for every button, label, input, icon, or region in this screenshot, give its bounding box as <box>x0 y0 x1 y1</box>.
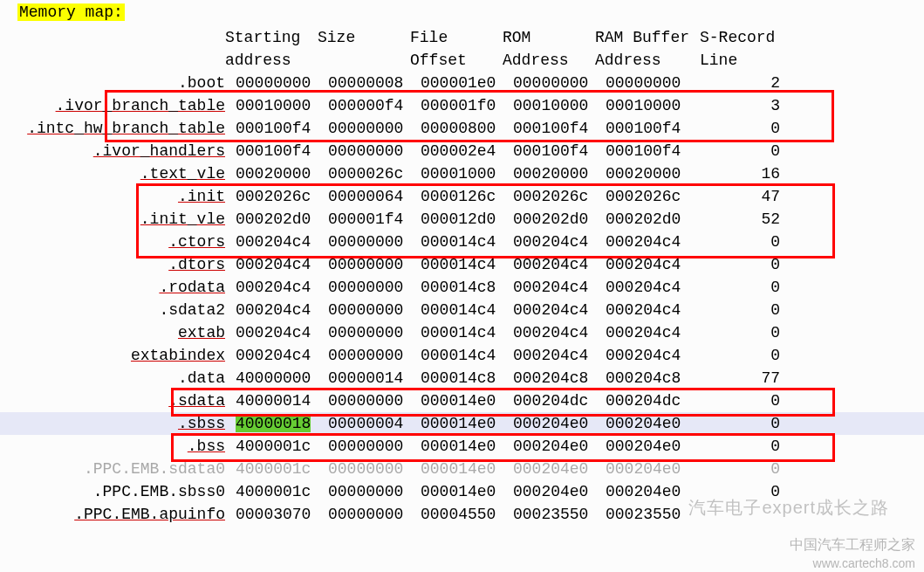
cell-c1: 000204c4 <box>230 321 323 344</box>
cell-c6: 0 <box>693 276 797 299</box>
header-offset: Offset <box>410 49 503 72</box>
cell-c2: 00000000 <box>323 503 415 526</box>
cell-c6: 52 <box>693 208 797 231</box>
cell-c6: 2 <box>693 72 797 94</box>
section-name: .sdata <box>0 389 230 412</box>
cell-c5: 000100f4 <box>600 140 693 162</box>
section-name: .intc_hw_branch_table <box>0 117 230 140</box>
memory-row: .sdata2000204c400000000000014c4000204c40… <box>0 299 924 321</box>
cell-c6: 47 <box>693 185 797 208</box>
cell-c6: 0 <box>693 299 797 321</box>
cell-c5: 000204c4 <box>600 253 693 276</box>
cell-c1: 00000000 <box>230 72 323 94</box>
cell-c3: 000014c4 <box>415 253 508 276</box>
cell-c2: 00000000 <box>323 253 415 276</box>
watermark-site-name: 中国汽车工程师之家 <box>790 536 915 555</box>
section-name: .ctors <box>0 231 230 253</box>
cell-c1: 000100f4 <box>230 140 323 162</box>
cell-c1: 000204c4 <box>230 276 323 299</box>
memory-row: .text_vle000200000000026c000010000002000… <box>0 162 924 185</box>
cell-c6: 0 <box>693 117 797 140</box>
cell-c6: 0 <box>693 321 797 344</box>
section-name: .ivor_branch_table <box>0 94 230 117</box>
cell-c1: 4000001c <box>230 458 323 480</box>
cell-c3: 00001000 <box>415 162 508 185</box>
cell-c5: 000204e0 <box>600 435 693 458</box>
cell-c5: 000204c4 <box>600 276 693 299</box>
memory-row: .PPC.EMB.sdata04000001c00000000000014e00… <box>0 458 924 480</box>
cell-c4: 000204e0 <box>508 458 600 480</box>
cell-c3: 000014e0 <box>415 412 508 435</box>
cell-c4: 000204e0 <box>508 435 600 458</box>
header-row-1: Starting Size File ROM RAM Buffer S-Reco… <box>0 26 924 49</box>
cell-c2: 00000000 <box>323 140 415 162</box>
cell-c5: 000204dc <box>600 389 693 412</box>
cell-c1: 000100f4 <box>230 117 323 140</box>
cell-c3: 00004550 <box>415 503 508 526</box>
cell-c4: 000204dc <box>508 389 600 412</box>
cell-c1: 0002026c <box>230 185 323 208</box>
section-name: .PPC.EMB.sdata0 <box>0 458 230 480</box>
cell-c4: 0002026c <box>508 185 600 208</box>
cell-c2: 00000000 <box>323 276 415 299</box>
section-name: extab <box>0 321 230 344</box>
cell-c4: 000204e0 <box>508 412 600 435</box>
cell-c2: 00000014 <box>323 367 415 389</box>
cell-c3: 000014e0 <box>415 435 508 458</box>
memory-row: .data4000000000000014000014c8000204c8000… <box>0 367 924 389</box>
memory-row: .dtors000204c400000000000014c4000204c400… <box>0 253 924 276</box>
cell-c6: 0 <box>693 140 797 162</box>
header-srecord: S-Record <box>700 26 787 49</box>
cell-c2: 00000000 <box>323 299 415 321</box>
cell-c3: 000002e4 <box>415 140 508 162</box>
cell-c2: 00000000 <box>323 344 415 367</box>
section-name: .PPC.EMB.apuinfo <box>0 503 230 526</box>
cell-c2: 000001f4 <box>323 208 415 231</box>
cell-c2: 00000064 <box>323 185 415 208</box>
cell-c4: 000202d0 <box>508 208 600 231</box>
cell-c1: 4000001c <box>230 480 323 503</box>
cell-c6: 0 <box>693 253 797 276</box>
cell-c6: 16 <box>693 162 797 185</box>
cell-c3: 000014c4 <box>415 344 508 367</box>
header-ram-buffer: RAM Buffer <box>595 26 700 49</box>
cell-c2: 00000000 <box>323 117 415 140</box>
cell-c1: 00010000 <box>230 94 323 117</box>
cell-c3: 000014e0 <box>415 389 508 412</box>
section-name: .PPC.EMB.sbss0 <box>0 480 230 503</box>
cell-c6: 3 <box>693 94 797 117</box>
cell-c3: 000014c4 <box>415 299 508 321</box>
section-name: .sbss <box>0 412 230 435</box>
cell-c4: 000204c8 <box>508 367 600 389</box>
cell-c2: 000000f4 <box>323 94 415 117</box>
cell-c1: 4000001c <box>230 435 323 458</box>
memory-row: .intc_hw_branch_table000100f400000000000… <box>0 117 924 140</box>
cell-c2: 00000000 <box>323 389 415 412</box>
watermark-channel: 汽车电子expert成长之路 <box>688 496 889 520</box>
header-file: File <box>410 26 503 49</box>
memory-row: .init_vle000202d0000001f4000012d0000202d… <box>0 208 924 231</box>
cell-c5: 000204c4 <box>600 299 693 321</box>
cell-c4: 000204e0 <box>508 480 600 503</box>
cell-c3: 000012d0 <box>415 208 508 231</box>
cell-c1: 000204c4 <box>230 231 323 253</box>
section-name: .dtors <box>0 253 230 276</box>
memory-row: .ivor_branch_table00010000000000f4000001… <box>0 94 924 117</box>
cell-c2: 00000000 <box>323 435 415 458</box>
cell-c6: 0 <box>693 458 797 480</box>
header-rom: ROM <box>503 26 595 49</box>
cell-c1: 40000000 <box>230 367 323 389</box>
cell-c5: 00020000 <box>600 162 693 185</box>
memory-row: .rodata000204c400000000000014c8000204c40… <box>0 276 924 299</box>
header-line: Line <box>700 49 787 72</box>
header-row-2: address Offset Address Address Line <box>0 49 924 72</box>
cell-c4: 000204c4 <box>508 321 600 344</box>
cell-c3: 0000126c <box>415 185 508 208</box>
section-name: .rodata <box>0 276 230 299</box>
cell-c4: 000204c4 <box>508 299 600 321</box>
section-name: .init <box>0 185 230 208</box>
cell-c4: 000204c4 <box>508 231 600 253</box>
header-address2: Address <box>503 49 595 72</box>
section-name: .data <box>0 367 230 389</box>
cell-c4: 00010000 <box>508 94 600 117</box>
